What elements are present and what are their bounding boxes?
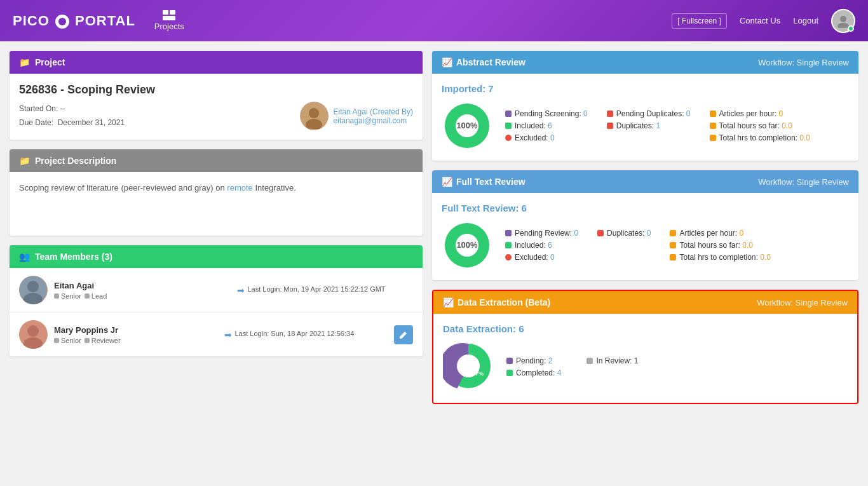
chart-icon-de: 📈: [443, 297, 454, 307]
svg-point-9: [27, 281, 39, 292]
stat-articles-per-hour-ft: Articles per hour: 0: [670, 229, 770, 238]
data-extraction-wrapper: 📈 Data Extraction (Beta) Workflow: Singl…: [432, 290, 858, 404]
nav-projects[interactable]: Projects: [154, 10, 184, 31]
role-reviewer-2: Reviewer: [85, 337, 121, 344]
svg-point-4: [837, 23, 849, 28]
left-column: 📁 Project 526836 - Scoping Review Starte…: [10, 51, 423, 404]
team-member-row: Eitan Agai Senior Lead ➡ Last: [10, 268, 423, 313]
svg-text:100%: 100%: [456, 240, 478, 250]
data-extraction-header-left: 📈 Data Extraction (Beta): [443, 297, 550, 307]
edit-member-button[interactable]: [394, 325, 413, 344]
member-photo-2: [19, 320, 48, 349]
svg-point-3: [840, 16, 846, 22]
stat-excluded-ft: Excluded: 0: [505, 253, 578, 262]
role-senior-1: Senior: [54, 292, 81, 300]
data-extraction-header: 📈 Data Extraction (Beta) Workflow: Singl…: [433, 291, 857, 314]
member-roles-2: Senior Reviewer: [54, 337, 218, 344]
project-user: Eitan Agai (Created By) eitanagai@gmail.…: [300, 102, 413, 130]
data-extraction-card: 📈 Data Extraction (Beta) Workflow: Singl…: [433, 291, 857, 403]
fullscreen-button[interactable]: [ Fullscreen ]: [672, 13, 727, 29]
member-login-2: ➡ Last Login: Sun, 18 Apr 2021 12:56:34: [224, 330, 388, 340]
stat-excluded-abstract: Excluded: 0: [505, 133, 588, 142]
full-text-review-header: 📈 Full Text Review Workflow: Single Revi…: [432, 170, 858, 193]
abstract-review-header-left: 📈 Abstract Review: [442, 57, 526, 67]
abstract-pie-chart: 100%: [442, 100, 492, 151]
member-info-1: Eitan Agai Senior Lead: [54, 281, 231, 300]
member-info-2: Mary Poppins Jr Senior Reviewer: [54, 325, 218, 344]
stat-completed-de: Completed: 4: [506, 368, 561, 377]
stat-total-hrs-completion-ft: Total hrs to completion: 0.0: [670, 253, 770, 262]
avatar[interactable]: [831, 9, 855, 33]
stat-in-review-de: In Review: 1: [587, 356, 638, 365]
stat-pending-review-ft: Pending Review: 0: [505, 229, 578, 238]
svg-text:100%: 100%: [456, 121, 478, 130]
stat-articles-per-hour-abstract: Articles per hour: 0: [710, 109, 810, 118]
description-card: 📁 Project Description Scoping review of …: [10, 149, 423, 236]
stat-included-abstract: Included: 6: [505, 121, 588, 130]
folder-icon-2: 📁: [19, 156, 30, 166]
project-card-header: 📁 Project: [10, 51, 423, 74]
svg-text:33%: 33%: [462, 358, 473, 364]
folder-icon: 📁: [19, 57, 30, 67]
team-member-row-2: Mary Poppins Jr Senior Reviewer ➡: [10, 313, 423, 356]
stat-included-ft: Included: 6: [505, 241, 578, 250]
avatar-online-dot: [848, 25, 854, 32]
project-card: 📁 Project 526836 - Scoping Review Starte…: [10, 51, 423, 140]
project-meta: Started On: -- Due Date: December 31, 20…: [19, 102, 413, 130]
project-dates: Started On: -- Due Date: December 31, 20…: [19, 102, 125, 130]
description-card-body: Scoping review of literature (peer-revie…: [10, 172, 423, 236]
abstract-review-header: 📈 Abstract Review Workflow: Single Revie…: [432, 51, 858, 74]
de-stats-grid: Pending: 2 Completed: 4 In R: [506, 356, 848, 377]
description-text: Scoping review of literature (peer-revie…: [19, 182, 413, 194]
right-column: 📈 Abstract Review Workflow: Single Revie…: [432, 51, 858, 404]
full-text-pie-chart: 100%: [442, 220, 492, 271]
stat-duplicates: Duplicates: 1: [607, 121, 691, 130]
member-login-1: ➡ Last Login: Mon, 19 Apr 2021 15:22:12 …: [237, 285, 414, 295]
svg-point-6: [309, 108, 319, 118]
full-text-review-stats: 100% Pending Review: 0 Included: 6: [442, 220, 849, 271]
svg-rect-1: [163, 16, 175, 20]
full-text-review-header-left: 📈 Full Text Review: [442, 177, 526, 187]
team-card-header: 👥 Team Members (3): [10, 245, 423, 268]
abstract-imported-count: Imported: 7: [442, 83, 849, 94]
full-text-review-body: Full Text Review: 6 100%: [432, 193, 858, 280]
header-right: [ Fullscreen ] Contact Us Logout: [672, 9, 855, 33]
full-text-count: Full Text Review: 6: [442, 203, 849, 213]
abstract-review-stats: 100% Pending Screening: 0 Incl: [442, 100, 849, 151]
abstract-review-body: Imported: 7 100%: [432, 74, 858, 161]
abstract-stats-grid: Pending Screening: 0 Included: 6 Exclude…: [505, 109, 849, 142]
full-text-stats-grid: Pending Review: 0 Included: 6 Excluded: …: [505, 229, 849, 262]
member-photo-1: [19, 276, 48, 304]
header: PICO PORTAL Projects [ Fullscreen ] Cont…: [0, 0, 868, 41]
stat-duplicates-ft: Duplicates: 0: [597, 229, 651, 238]
stat-total-hrs-completion-abstract: Total hrs to completion: 0.0: [710, 133, 810, 142]
stat-total-hours-abstract: Total hours so far: 0.0: [710, 121, 810, 130]
logo: PICO PORTAL: [13, 13, 135, 29]
team-card: 👥 Team Members (3) Eitan Agai: [10, 245, 423, 356]
logo-pico: PICO PORTAL: [13, 13, 135, 29]
abstract-review-card: 📈 Abstract Review Workflow: Single Revie…: [432, 51, 858, 161]
member-roles-1: Senior Lead: [54, 292, 231, 300]
chart-icon-fulltext: 📈: [442, 177, 452, 187]
full-text-review-card: 📈 Full Text Review Workflow: Single Revi…: [432, 170, 858, 280]
data-extraction-pie-chart: 33% 67%: [443, 341, 494, 393]
stat-total-hours-ft: Total hours so far: 0.0: [670, 241, 770, 250]
logout-link[interactable]: Logout: [793, 16, 818, 25]
remote-link[interactable]: remote: [227, 183, 252, 192]
data-extraction-stats: 33% 67% Pending: 2: [443, 341, 848, 393]
svg-point-12: [27, 325, 39, 337]
data-extraction-count: Data Extraction: 6: [443, 323, 848, 334]
project-card-body: 526836 - Scoping Review Started On: -- D…: [10, 74, 423, 140]
stat-pending-duplicates: Pending Duplicates: 0: [607, 109, 691, 118]
contact-us-link[interactable]: Contact Us: [740, 16, 780, 25]
project-user-photo: [300, 102, 329, 130]
role-senior-2: Senior: [54, 337, 81, 344]
project-user-info: Eitan Agai (Created By) eitanagai@gmail.…: [334, 107, 413, 125]
svg-text:67%: 67%: [472, 370, 484, 377]
project-title: 526836 - Scoping Review: [19, 83, 413, 97]
stat-pending-screening: Pending Screening: 0: [505, 109, 588, 118]
stat-pending-de: Pending: 2: [506, 356, 561, 365]
team-icon: 👥: [19, 252, 30, 262]
description-card-header: 📁 Project Description: [10, 149, 423, 172]
svg-rect-2: [170, 10, 175, 15]
